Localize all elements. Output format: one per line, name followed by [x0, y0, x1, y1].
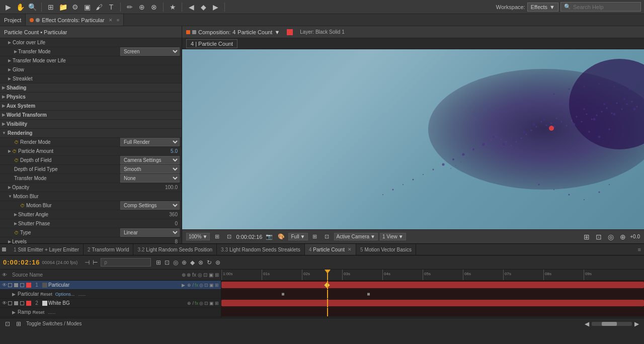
- tm-over-life-row[interactable]: ▶ Transfer Mode over Life: [0, 56, 182, 65]
- text-icon[interactable]: T: [106, 2, 116, 12]
- comp-active-tab[interactable]: 4 | Particle Count: [186, 39, 237, 48]
- layer1-sw2[interactable]: /: [192, 283, 194, 288]
- physics-row[interactable]: ▶ Physics: [0, 93, 182, 102]
- layer2-sw3[interactable]: ◎: [199, 301, 203, 306]
- layer2-solo[interactable]: [8, 301, 12, 305]
- nav-stop-icon[interactable]: ◆: [198, 2, 208, 12]
- tl-tool7[interactable]: ↻: [207, 259, 212, 266]
- bb-scroll-left[interactable]: ◀: [585, 320, 589, 327]
- layer1-sw1[interactable]: ⊕: [187, 283, 191, 288]
- layer1-expand[interactable]: ▶: [182, 283, 185, 288]
- tl-tool8[interactable]: ⊛: [215, 259, 220, 266]
- tab-particle-count[interactable]: 4 Particle Count ✕: [305, 244, 356, 255]
- effect-controls-menu-icon[interactable]: ≡: [117, 18, 119, 23]
- dof-select[interactable]: Camera SettingsOnOff: [120, 156, 180, 164]
- layer2-lock[interactable]: [14, 301, 18, 305]
- color-over-life-row[interactable]: ▶ Color over Life: [0, 38, 182, 47]
- nav-right-icon[interactable]: ▶: [210, 2, 220, 12]
- transfer-mode-select[interactable]: ScreenNoneAdd: [120, 47, 180, 56]
- mb-select[interactable]: Comp SettingsOnOff: [120, 201, 180, 210]
- shading-row[interactable]: ▶ Shading: [0, 83, 182, 93]
- tl-next-icon[interactable]: ⊢: [93, 259, 98, 266]
- comp-chevron[interactable]: ▼: [274, 29, 280, 35]
- sa-value[interactable]: 360: [169, 212, 178, 217]
- ramp-expand[interactable]: ▶: [12, 310, 16, 315]
- sp-value[interactable]: 0: [175, 221, 178, 226]
- comp-dropdown[interactable]: Composition:: [198, 29, 230, 35]
- layer2-sw4[interactable]: ⊡: [204, 301, 208, 306]
- layer2-sw1[interactable]: ⊕: [187, 301, 191, 306]
- layer2-sw2[interactable]: /: [192, 301, 194, 306]
- tab-transform-world[interactable]: 2 Transform World: [84, 244, 133, 255]
- options-btn[interactable]: Options...: [55, 292, 75, 297]
- project-panel-tab[interactable]: Project: [0, 14, 26, 26]
- paint-icon[interactable]: 🖌: [94, 2, 104, 12]
- particle-amount-value[interactable]: 5.0: [171, 148, 178, 154]
- layer1-lock[interactable]: [14, 283, 18, 287]
- tl-menu-icon[interactable]: ≡: [635, 246, 644, 252]
- effect-controls-panel-tab[interactable]: Effect Controls: Particular ✕ ≡: [26, 14, 124, 26]
- zoom-tool-icon[interactable]: 🔍: [27, 2, 37, 12]
- tl-prev-icon[interactable]: ⊣: [85, 259, 90, 266]
- layer1-solo[interactable]: [8, 283, 12, 287]
- bb-icon1[interactable]: ⊡: [5, 320, 10, 327]
- tab-light-random-str[interactable]: 3.3 Light Random Seeds Streaklets: [217, 244, 305, 255]
- tab-light-random-pos[interactable]: 3.2 Light Random Seeds Position: [133, 244, 217, 255]
- square-icon[interactable]: ▣: [82, 2, 92, 12]
- workspace-dropdown[interactable]: Effects ▼: [527, 3, 558, 12]
- tl-tool2[interactable]: ⊡: [165, 259, 170, 266]
- puppet-icon[interactable]: ★: [168, 2, 178, 12]
- grid-icon[interactable]: ⊞: [310, 232, 320, 242]
- motion-blur-section-row[interactable]: ▼ Motion Blur: [0, 192, 182, 201]
- layer1-sw5[interactable]: ▣: [209, 283, 214, 288]
- reset-btn[interactable]: Reset: [40, 292, 52, 297]
- layer2-fx[interactable]: fx: [195, 301, 198, 306]
- effect-controls-close-icon[interactable]: ✕: [109, 18, 113, 23]
- layer1-sw3[interactable]: ◎: [199, 283, 203, 288]
- 3d-icon[interactable]: ⊕: [618, 232, 628, 242]
- particular-expand[interactable]: ▶: [12, 292, 16, 297]
- bb-scroll-right[interactable]: ▶: [634, 320, 639, 327]
- levels-value[interactable]: 8: [175, 239, 178, 243]
- camera-dropdown[interactable]: Active Camera ▼: [334, 233, 378, 240]
- tl-tool3[interactable]: ◎: [173, 259, 178, 266]
- camera-icon[interactable]: 📷: [264, 232, 274, 242]
- layer1-sw4[interactable]: ⊡: [204, 283, 208, 288]
- quality-dropdown[interactable]: Full ▼: [288, 233, 307, 240]
- timecode-display[interactable]: 0:00:02:16: [3, 259, 40, 266]
- hand-tool-icon[interactable]: ✋: [15, 2, 25, 12]
- render-queue-icon[interactable]: ⊞: [582, 232, 592, 242]
- visibility-row[interactable]: ▶ Visibility: [0, 120, 182, 129]
- streaklet-row[interactable]: ▶ Streaklet: [0, 74, 182, 83]
- motion-blur-icon[interactable]: ◎: [606, 232, 616, 242]
- bb-icon2[interactable]: ⊞: [16, 320, 21, 327]
- eraser-icon[interactable]: ⊗: [149, 2, 159, 12]
- select-tool-icon[interactable]: ▶: [3, 2, 13, 12]
- folder-icon[interactable]: 📁: [58, 2, 68, 12]
- tl-tool5[interactable]: ◆: [190, 259, 195, 266]
- layer2-sw5[interactable]: ▣: [209, 301, 214, 306]
- opacity-value[interactable]: 100.0: [165, 185, 178, 190]
- zoom-dropdown[interactable]: 100% ▼: [186, 233, 210, 240]
- search-input[interactable]: [573, 4, 633, 10]
- type-select[interactable]: LinearCubic: [120, 228, 180, 237]
- pen-tool-icon[interactable]: ✏: [125, 2, 135, 12]
- layer-row-1[interactable]: 👁 1 Particular ▶ ⊕ / fx ◎ ⊡ ▣ ⊞: [0, 281, 221, 290]
- toggle-label[interactable]: Toggle Switches / Modes: [26, 321, 82, 326]
- world-transform-row[interactable]: ▶ World Transform: [0, 111, 182, 120]
- tm2-select[interactable]: NoneScreenAdd: [120, 174, 180, 183]
- tl-tool4[interactable]: ⊕: [182, 259, 187, 266]
- timeline-search[interactable]: [101, 258, 151, 267]
- nav-left-icon[interactable]: ◀: [186, 2, 196, 12]
- tl-tool1[interactable]: ⊞: [156, 259, 161, 266]
- safe-icon[interactable]: ⊡: [224, 232, 234, 242]
- color-icon[interactable]: 🎨: [276, 232, 286, 242]
- tl-tool6[interactable]: ⊗: [198, 259, 203, 266]
- layer2-eye[interactable]: 👁: [2, 300, 7, 306]
- glow-row[interactable]: ▶ Glow: [0, 65, 182, 74]
- fit-icon[interactable]: ⊞: [212, 232, 222, 242]
- clone-icon[interactable]: ⊕: [137, 2, 147, 12]
- layer2-sw6[interactable]: ⊞: [215, 301, 219, 306]
- aux-system-row[interactable]: ▶ Aux System: [0, 102, 182, 111]
- snapshot-icon[interactable]: ⊡: [594, 232, 604, 242]
